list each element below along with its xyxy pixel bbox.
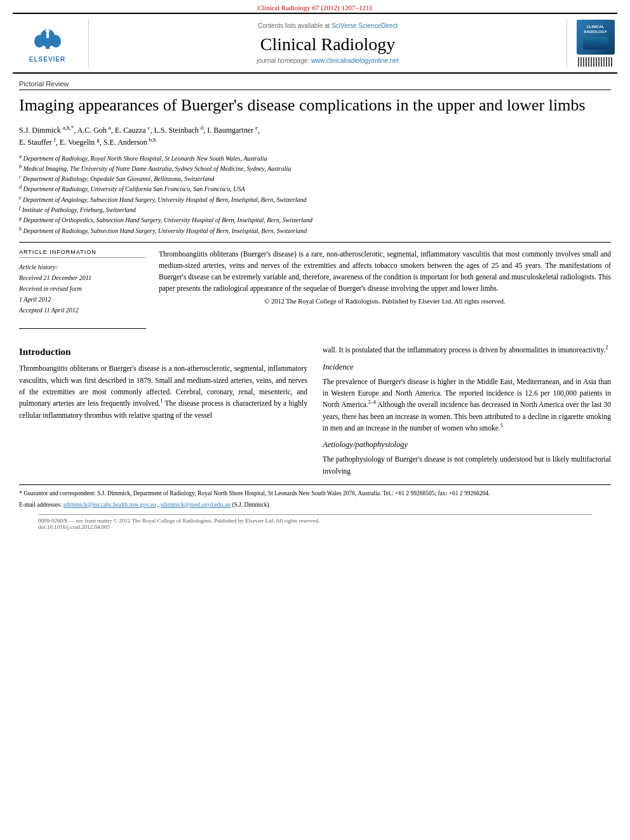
intro-text: Thromboangiitis obliterans or Buerger's … [19,363,307,421]
right-col-abstract: Thromboangiitis obliterans (Buerger's di… [159,249,611,335]
ref-4: 5 [500,423,503,429]
incidence-heading: Incidence [323,363,611,372]
svg-point-5 [46,29,50,33]
right-intro-text: wall. It is postulated that the inflamma… [323,344,611,356]
homepage-text: journal homepage: [257,57,311,64]
article-info-section: ARTICLE INFORMATION Article history: Rec… [19,249,611,335]
email-link-1[interactable]: sdimmick@nsccahs.health.nsw.gov.au [64,502,156,508]
svg-point-4 [51,35,61,48]
homepage-link[interactable]: www.clinicalradiologyonline.net [311,57,399,64]
svg-rect-6 [46,33,49,38]
barcode-icon [578,57,613,67]
received-2: Received in revised form [19,283,146,294]
incidence-text: The prevalence of Buerger's disease is h… [323,376,611,434]
elsevier-logo-section: ELSEVIER [13,19,89,67]
revised-date: 1 April 2012 [19,294,146,305]
footnote-email: E-mail addresses: sdimmick@nsccahs.healt… [19,500,611,509]
divider-1 [19,242,611,243]
header-right: CLINICALRADIOLOGY [566,19,617,67]
doi-line: doi:10.1016/j.crad.2012.04.005 [19,524,611,533]
introduction-heading: Introduction [19,347,307,357]
email-link-2[interactable]: sdimmick@med.usyd.edu.au [161,502,231,508]
sciverse-link[interactable]: SciVerse ScienceDirect [332,22,398,29]
divider-left [19,328,146,329]
page-container: Clinical Radiology 67 (2012) 1207–1211 [0,0,630,840]
email-label: E-mail addresses: [19,502,62,508]
abstract-text: Thromboangiitis obliterans (Buerger's di… [159,249,611,294]
article-info-header: ARTICLE INFORMATION [19,249,146,258]
elsevier-tree-icon [32,29,64,51]
left-col-info: ARTICLE INFORMATION Article history: Rec… [19,249,146,335]
accepted: Accepted 11 April 2012 [19,305,146,316]
article-title: Imaging appearances of Buerger's disease… [19,95,611,116]
body-two-col: Introduction Thromboangiitis obliterans … [19,344,611,477]
journal-logo-text: CLINICALRADIOLOGY [584,25,607,35]
journal-title: Clinical Radiology [260,34,395,55]
copyright-text: © 2012 The Royal College of Radiologists… [264,298,505,305]
footnote-guarantor: * Guarantor and correspondent: S.J. Dimm… [19,489,611,498]
authors-text: S.J. Dimmick a,b,*, A.C. Goh a, E. Cauzz… [19,126,260,147]
main-content: Pictorial Review Imaging appearances of … [0,74,630,539]
received-1: Received 21 December 2011 [19,272,146,283]
bottom-bar: 0009-9260/$ — see front matter © 2012 Th… [38,514,592,524]
authors-line: S.J. Dimmick a,b,*, A.C. Goh a, E. Cauzz… [19,124,611,148]
email-author: (S.J. Dimmick). [232,502,271,508]
svg-point-3 [34,35,44,48]
sciverse-line: Contents lists available at SciVerse Sci… [258,22,398,29]
journal-ref: Clinical Radiology 67 (2012) 1207–1211 [257,4,372,11]
journal-ref-bar: Clinical Radiology 67 (2012) 1207–1211 [0,0,630,13]
ref-2: 2 [605,345,608,350]
affiliations: a Department of Radiology, Royal North S… [19,153,611,236]
issn-text: 0009-9260/$ — see front matter © 2012 Th… [38,517,319,524]
doi-text: doi:10.1016/j.crad.2012.04.005 [38,524,110,530]
abstract-body: Thromboangiitis obliterans (Buerger's di… [159,250,611,291]
ref-3: 2–4 [368,399,376,405]
copyright-line: © 2012 The Royal College of Radiologists… [159,298,611,305]
article-history: Article history: Received 21 December 20… [19,262,146,316]
body-right: wall. It is postulated that the inflamma… [323,344,611,477]
body-left: Introduction Thromboangiitis obliterans … [19,344,307,477]
footnote-section: * Guarantor and correspondent: S.J. Dimm… [19,484,611,509]
elsevier-logo [22,24,73,56]
journal-homepage: journal homepage: www.clinicalradiologyo… [257,57,398,64]
aetiology-heading: Aetiology/pathophysiology [323,440,611,450]
header-section: ELSEVIER Contents lists available at Sci… [13,13,617,74]
elsevier-label: ELSEVIER [29,56,65,63]
history-label: Article history: [19,262,146,272]
sciverse-text: Contents lists available at [258,22,330,29]
journal-logo-box: CLINICALRADIOLOGY [577,20,615,55]
header-center: Contents lists available at SciVerse Sci… [89,19,566,67]
right-text-1: wall. It is postulated that the inflamma… [323,346,605,354]
aetiology-text: The pathophysiology of Buerger's disease… [323,453,611,477]
section-type: Pictorial Review [19,80,611,90]
